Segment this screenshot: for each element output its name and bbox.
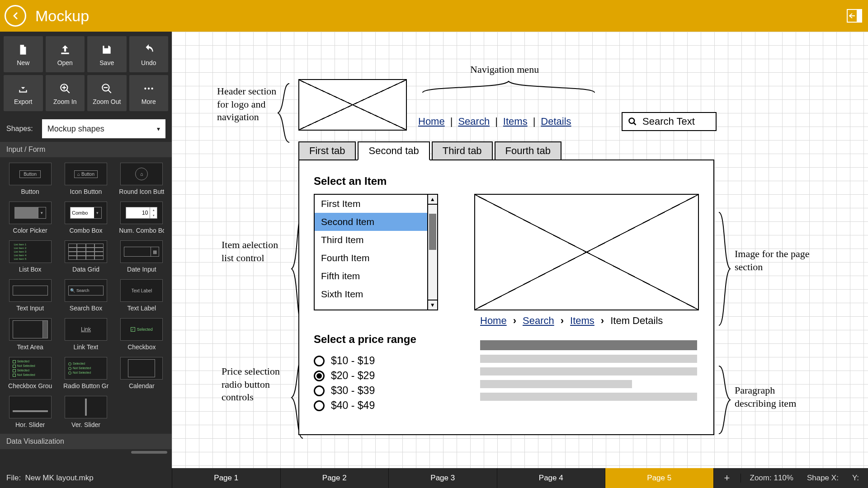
search-placeholder: Search Text — [642, 116, 695, 127]
annotation-header[interactable]: Header section for logo and navigation — [217, 85, 280, 124]
shape-hor-slider[interactable]: Hor. Slider — [4, 394, 57, 430]
label: Zoom In — [53, 98, 76, 105]
label: Export — [14, 98, 32, 105]
mockup-breadcrumb[interactable]: Home› Search› Items› Item Details — [480, 315, 663, 327]
shape-button[interactable]: ButtonButton — [4, 161, 57, 197]
more-icon — [143, 83, 155, 94]
shape-color-picker[interactable]: ▾Color Picker — [4, 200, 57, 236]
nav-link-items[interactable]: Items — [503, 116, 528, 127]
listbox-scrollbar[interactable]: ▲ ▼ — [427, 195, 437, 310]
shape-checkbox[interactable]: ✓SelectedCheckbox — [115, 316, 168, 352]
page-tab-2[interactable]: Page 2 — [280, 468, 389, 488]
page-tab-5[interactable]: Page 5 — [605, 468, 713, 488]
save-button[interactable]: Save — [87, 36, 127, 72]
list-item[interactable]: Second Item — [315, 213, 437, 231]
back-button[interactable] — [5, 5, 26, 27]
annotation-itemlist[interactable]: Item aelection list control — [222, 239, 289, 264]
mockup-search-box[interactable]: Search Text — [622, 112, 717, 131]
tab-fourth[interactable]: Fourth tab — [495, 141, 561, 160]
undo-icon — [143, 44, 155, 56]
list-item[interactable]: Third Item — [315, 231, 437, 249]
list-item[interactable]: Fifth item — [315, 267, 437, 285]
shape-x-label: Shape X: — [807, 474, 839, 483]
nav-link-details[interactable]: Details — [541, 116, 571, 127]
tab-third[interactable]: Third tab — [432, 141, 493, 160]
crumb-link[interactable]: Home — [480, 315, 507, 327]
shape-radio-group[interactable]: SelectedNot SelectedNot SelectedRadio Bu… — [59, 355, 112, 391]
shape-text-input[interactable]: Text Input — [4, 277, 57, 314]
scroll-down-button[interactable]: ▼ — [428, 300, 437, 310]
app-title: Mockup — [35, 7, 845, 25]
section-input-form[interactable]: Input / Form — [0, 142, 172, 157]
chevron-right-icon: › — [561, 315, 564, 327]
scroll-up-button[interactable]: ▲ — [428, 195, 437, 205]
more-button[interactable]: More — [129, 75, 169, 111]
list-item[interactable]: Sixth Item — [315, 285, 437, 303]
mockup-nav-links[interactable]: Home| Search| Items| Details — [418, 116, 571, 127]
undo-button[interactable]: Undo — [129, 36, 169, 72]
page-tab-3[interactable]: Page 3 — [388, 468, 497, 488]
shape-checkbox-group[interactable]: SelectedNot SelectedSelectedNot Selected… — [4, 355, 57, 391]
annotation-image[interactable]: Image for the page section — [735, 248, 816, 273]
export-button[interactable]: Export — [4, 75, 43, 111]
zoom-in-icon — [59, 83, 71, 94]
shape-date-input[interactable]: ▦Date Input — [115, 239, 168, 275]
radio-option[interactable]: $20 - $29 — [314, 370, 375, 382]
nav-link-home[interactable]: Home — [418, 116, 445, 127]
annotation-nav[interactable]: Navigation menu — [470, 63, 539, 76]
shape-text-label[interactable]: Text LabelText Label — [115, 277, 168, 314]
shapes-dropdown[interactable]: Mockup shapes ▾ — [42, 119, 165, 138]
shapes-label: Shapes: — [6, 125, 33, 133]
crumb-link[interactable]: Search — [523, 315, 554, 327]
shape-list-box[interactable]: List Item 1List Item 2List Item 3List It… — [4, 239, 57, 275]
brace-icon — [714, 364, 732, 436]
add-page-button[interactable]: + — [713, 468, 741, 488]
page-tab-4[interactable]: Page 4 — [497, 468, 605, 488]
shape-round-icon-button[interactable]: ⌂Round Icon Butt — [115, 161, 168, 197]
shape-icon-button[interactable]: ⌂ButtonIcon Button — [59, 161, 112, 197]
label: Save — [99, 59, 114, 66]
list-item[interactable]: Fourth Item — [315, 249, 437, 267]
sidebar-scrollbar[interactable] — [0, 449, 172, 455]
shape-text-area[interactable]: Text Area — [4, 316, 57, 352]
annotation-price[interactable]: Price selection radio button controls — [222, 365, 294, 404]
zoom-in-button[interactable]: Zoom In — [46, 75, 85, 111]
shape-calendar[interactable]: Calendar — [115, 355, 168, 391]
mockup-listbox[interactable]: First Item Second Item Third Item Fourth… — [314, 194, 438, 310]
file-icon — [17, 44, 29, 56]
radio-option[interactable]: $10 - $19 — [314, 355, 375, 367]
shape-num-combo[interactable]: 10▴▾Num. Combo Bo — [115, 200, 168, 236]
scroll-track[interactable] — [428, 205, 437, 300]
paragraph-line — [480, 380, 632, 388]
crumb-link[interactable]: Items — [570, 315, 594, 327]
shape-search-box[interactable]: 🔍SearchSearch Box — [59, 277, 112, 314]
nav-link-search[interactable]: Search — [458, 116, 490, 127]
radio-option[interactable]: $40 - $49 — [314, 399, 375, 412]
tab-second[interactable]: Second tab — [358, 141, 429, 160]
mockup-tabs: First tab Second tab Third tab Fourth ta… — [298, 141, 714, 160]
canvas[interactable]: Header section for logo and navigation N… — [172, 32, 868, 468]
mockup-paragraph[interactable] — [480, 340, 697, 405]
collapse-panel-button[interactable] — [845, 8, 863, 24]
annotation-para[interactable]: Paragraph describing item — [735, 384, 816, 410]
zoom-out-button[interactable]: Zoom Out — [87, 75, 127, 111]
page-tab-1[interactable]: Page 1 — [172, 468, 280, 488]
list-item[interactable]: First Item — [315, 195, 437, 213]
radio-option[interactable]: $30 - $39 — [314, 385, 375, 397]
shape-link-text[interactable]: LinkLink Text — [59, 316, 112, 352]
save-icon — [101, 44, 113, 56]
mockup-tab-body[interactable]: Select an Item First Item Second Item Th… — [298, 160, 714, 435]
tab-first[interactable]: First tab — [298, 141, 356, 160]
shape-ver-slider[interactable]: Ver. Slider — [59, 394, 112, 430]
shape-data-grid[interactable]: Data Grid — [59, 239, 112, 275]
shape-combo-box[interactable]: Combo▾Combo Box — [59, 200, 112, 236]
mockup-logo-image[interactable] — [298, 79, 407, 131]
new-button[interactable]: New — [4, 36, 43, 72]
section-data-viz[interactable]: Data Visualization — [0, 434, 172, 449]
scroll-thumb[interactable] — [429, 214, 436, 250]
export-icon — [17, 83, 29, 94]
open-button[interactable]: Open — [46, 36, 85, 72]
svg-point-5 — [144, 88, 146, 89]
mockup-section-image[interactable] — [474, 194, 699, 310]
mockup-radio-group[interactable]: $10 - $19 $20 - $29 $30 - $39 $40 - $49 — [314, 352, 375, 414]
